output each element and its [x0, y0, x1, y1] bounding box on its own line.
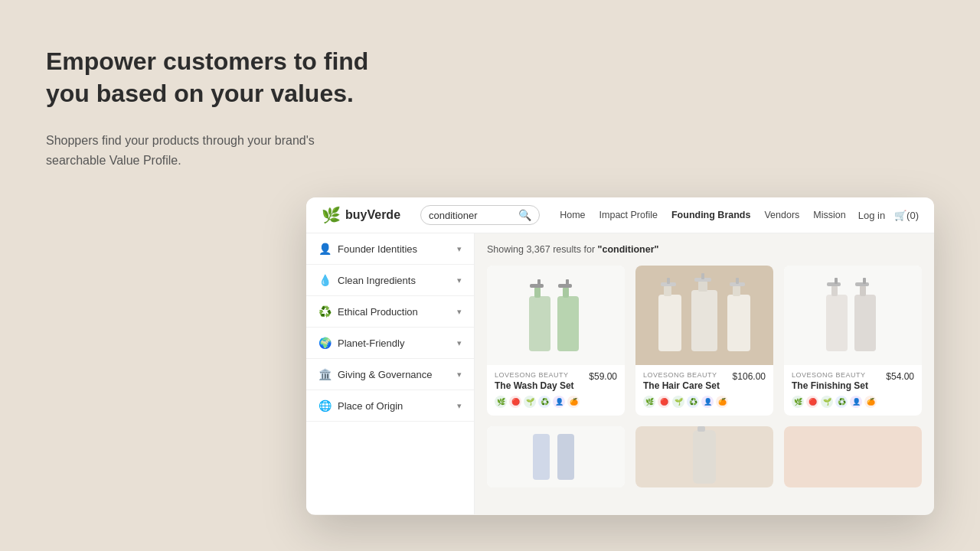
product-info-2: LOVESONG BEAUTY The Hair Care Set $106.0…: [635, 365, 773, 416]
badge-5: 👤: [701, 396, 714, 408]
brand-name-3: LOVESONG BEAUTY: [792, 371, 868, 379]
badge-2: 🔴: [806, 396, 818, 408]
place-origin-icon: 🌐: [318, 399, 332, 412]
svg-rect-31: [697, 426, 705, 432]
left-content-area: Empower customers to find you based on y…: [46, 46, 375, 170]
svg-rect-7: [566, 279, 569, 285]
svg-rect-4: [557, 296, 579, 351]
ethical-production-icon: ♻️: [318, 305, 332, 318]
product-image-1: [487, 266, 625, 365]
svg-rect-20: [826, 295, 848, 351]
svg-rect-13: [698, 281, 707, 292]
subtext: Shoppers find your products through your…: [46, 131, 375, 170]
product-name-2: The Hair Care Set: [643, 380, 720, 391]
chevron-down-icon: ▾: [457, 276, 462, 285]
badge-6: 🍊: [864, 396, 877, 408]
badge-6: 🍊: [716, 396, 728, 408]
svg-rect-25: [860, 285, 866, 296]
clean-ingredients-icon: 💧: [318, 274, 332, 286]
sidebar-section-origin[interactable]: 🌐 Place of Origin ▾: [306, 390, 474, 422]
login-link[interactable]: Log in: [858, 210, 885, 221]
clean-ingredients-label: Clean Ingredients: [338, 275, 416, 286]
sidebar: Filtered By Clear all 👤 Women-Owned ✕ 🌿 …: [306, 233, 475, 514]
product-image-4: [487, 426, 625, 487]
logo-area: 🌿 buyVerde: [322, 206, 400, 224]
product-badges-1: 🌿 🔴 🌱 ♻️ 👤 🍊: [495, 396, 617, 408]
badge-4: ♻️: [687, 396, 699, 408]
ethical-production-label: Ethical Production: [338, 306, 418, 318]
product-card-3[interactable]: LOVESONG BEAUTY The Finishing Set $54.00…: [784, 266, 922, 416]
badge-1: 🌿: [643, 396, 655, 408]
badge-1: 🌿: [792, 396, 804, 408]
product-card-6[interactable]: [784, 426, 922, 487]
origin-label: Place of Origin: [338, 400, 403, 412]
product-price-1: $59.00: [589, 371, 617, 382]
sidebar-section-founder[interactable]: 👤 Founder Identities ▾: [306, 233, 474, 265]
nav-link-founding[interactable]: Founding Brands: [671, 210, 750, 220]
product-card-2[interactable]: LOVESONG BEAUTY The Hair Care Set $106.0…: [635, 266, 773, 416]
nav-link-home[interactable]: Home: [560, 210, 585, 220]
nav-bar: 🌿 buyVerde 🔍 Home Impact Profile Foundin…: [306, 197, 934, 233]
chevron-down-icon: ▾: [457, 244, 462, 254]
browser-window: 🌿 buyVerde 🔍 Home Impact Profile Foundin…: [306, 197, 934, 515]
product-name-3: The Finishing Set: [792, 380, 868, 391]
search-bar[interactable]: 🔍: [420, 205, 540, 225]
nav-link-vendors[interactable]: Vendors: [764, 210, 799, 220]
logo-text[interactable]: buyVerde: [345, 208, 400, 222]
product-image-5: [635, 426, 773, 487]
badge-3: 🌱: [821, 396, 833, 408]
svg-rect-21: [831, 285, 838, 296]
sidebar-section-ethical[interactable]: ♻️ Ethical Production ▾: [306, 296, 474, 328]
svg-rect-15: [701, 273, 704, 279]
svg-rect-30: [693, 430, 716, 484]
nav-links: Home Impact Profile Founding Brands Vend…: [560, 210, 845, 220]
sidebar-section-governance[interactable]: 🏛️ Giving & Governance ▾: [306, 359, 474, 390]
search-term: "conditioner": [598, 244, 659, 255]
svg-rect-0: [529, 296, 550, 351]
badge-2: 🔴: [509, 396, 521, 408]
brand-name-2: LOVESONG BEAUTY: [643, 371, 720, 379]
product-info-1: LOVESONG BEAUTY The Wash Day Set $59.00 …: [487, 365, 625, 416]
chevron-down-icon: ▾: [457, 338, 462, 348]
badge-2: 🔴: [658, 396, 670, 408]
product-area: Showing 3,367 results for "conditioner": [475, 233, 934, 514]
nav-link-impact[interactable]: Impact Profile: [599, 210, 658, 220]
badge-5: 👤: [553, 396, 565, 408]
svg-rect-2: [530, 284, 544, 288]
svg-rect-8: [658, 295, 681, 351]
planet-friendly-label: Planet-Friendly: [338, 337, 404, 349]
product-image-6: [784, 426, 922, 487]
product-svg-5: [674, 426, 735, 487]
product-badges-2: 🌿 🔴 🌱 ♻️ 👤 🍊: [643, 396, 766, 408]
product-price-3: $54.00: [886, 371, 914, 382]
svg-rect-19: [736, 278, 739, 284]
svg-rect-3: [537, 279, 541, 285]
svg-rect-9: [664, 285, 671, 296]
search-icon: 🔍: [518, 209, 531, 221]
svg-rect-27: [863, 278, 866, 284]
sidebar-section-clean[interactable]: 💧 Clean Ingredients ▾: [306, 265, 474, 296]
svg-rect-23: [835, 278, 838, 284]
nav-link-mission[interactable]: Mission: [813, 210, 845, 220]
cart-icon[interactable]: 🛒(0): [894, 210, 919, 221]
product-badges-3: 🌿 🔴 🌱 ♻️ 👤 🍊: [792, 396, 914, 408]
chevron-down-icon: ▾: [457, 370, 462, 380]
badge-4: ♻️: [538, 396, 550, 408]
nav-right: Log in 🛒(0): [858, 210, 919, 221]
results-prefix: Showing 3,367 results for: [487, 244, 598, 255]
badge-6: 🍊: [567, 396, 580, 408]
svg-rect-28: [533, 434, 550, 480]
headline: Empower customers to find you based on y…: [46, 46, 375, 109]
search-input[interactable]: [429, 210, 518, 221]
product-bottles-svg-3: [815, 273, 891, 357]
product-image-2: [635, 266, 773, 365]
founder-identities-label: Founder Identities: [338, 243, 417, 255]
sidebar-section-planet[interactable]: 🌍 Planet-Friendly ▾: [306, 328, 474, 359]
product-card-1[interactable]: LOVESONG BEAUTY The Wash Day Set $59.00 …: [487, 266, 625, 416]
logo-leaf-icon: 🌿: [322, 206, 341, 224]
founder-identities-icon: 👤: [318, 243, 332, 255]
planet-friendly-icon: 🌍: [318, 337, 332, 349]
svg-rect-11: [667, 278, 670, 284]
product-card-5[interactable]: [635, 426, 773, 487]
product-card-4[interactable]: [487, 426, 625, 487]
